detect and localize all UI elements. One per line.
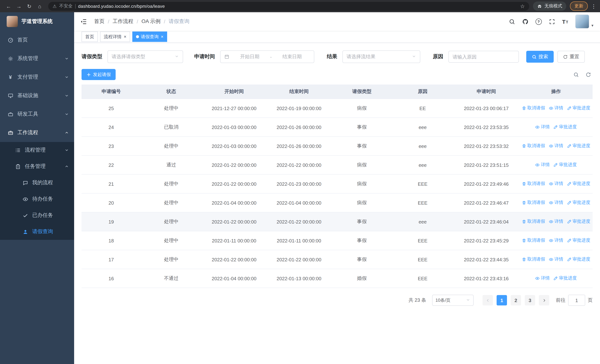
fullscreen-icon[interactable] (549, 18, 555, 25)
cancel-leave-link[interactable]: 取消请假 (522, 218, 545, 225)
create-leave-button[interactable]: 发起请假 (82, 69, 116, 80)
kebab-menu-icon[interactable]: ⋮ (591, 3, 596, 9)
detail-link[interactable]: 详情 (549, 143, 563, 149)
approval-progress-link[interactable]: 审批进度 (553, 275, 577, 281)
sidebar-item-my-processes[interactable]: 我的流程 (0, 175, 74, 191)
detail-link[interactable]: 详情 (549, 256, 563, 263)
approval-progress-link[interactable]: 审批进度 (553, 124, 577, 130)
search-button[interactable]: 搜索 (526, 51, 554, 63)
reload-icon[interactable]: ↻ (24, 2, 34, 10)
breadcrumb-workflow[interactable]: 工作流程 (113, 18, 133, 25)
search-icon[interactable] (509, 18, 515, 25)
forward-icon[interactable]: → (14, 2, 24, 10)
close-icon[interactable]: × (124, 35, 126, 39)
detail-link[interactable]: 详情 (549, 237, 563, 244)
cancel-leave-link[interactable]: 取消请假 (522, 105, 545, 111)
approval-progress-link[interactable]: 审批进度 (567, 143, 590, 149)
page-button-2[interactable]: 2 (511, 295, 521, 305)
sidebar-item-home[interactable]: 首页 (0, 31, 74, 49)
close-icon[interactable]: × (161, 35, 163, 39)
tab-leave-query[interactable]: 请假查询 × (132, 31, 167, 42)
select-placeholder: 请选择请假类型 (112, 53, 145, 60)
next-page-button[interactable] (539, 295, 549, 305)
refresh-table-icon[interactable] (586, 72, 591, 77)
cell-id: 18 (82, 231, 141, 250)
sidebar-item-done-tasks[interactable]: 已办任务 (0, 207, 74, 224)
chevron-down-icon (65, 93, 69, 98)
page-size-select[interactable]: 10条/页 (432, 295, 474, 306)
detail-link[interactable]: 详情 (549, 181, 563, 187)
sidebar-item-leave-query[interactable]: 请假查询 (0, 224, 74, 240)
help-icon[interactable]: ? (535, 18, 542, 25)
breadcrumb-oa-example[interactable]: OA 示例 (141, 18, 161, 25)
sidebar-item-system[interactable]: 系统管理 (0, 49, 74, 68)
url-bar[interactable]: ⚠ 不安全 dashboard.yudao.iocoder.cn/bpm/oa/… (48, 2, 529, 10)
cell-applied: 2022-01-23 00:06:17 (453, 99, 520, 118)
tab-home[interactable]: 首页 (82, 31, 98, 42)
cancel-leave-link[interactable]: 取消请假 (522, 200, 545, 206)
table-row: 25处理中2021-12-27 00:00:002022-01-19 00:00… (82, 99, 593, 118)
approval-progress-link[interactable]: 审批进度 (553, 162, 577, 168)
toggle-search-icon[interactable] (573, 72, 579, 77)
app-logo[interactable]: 芋道管理系统 (0, 12, 74, 31)
page-button-1[interactable]: 1 (497, 295, 507, 305)
approval-progress-link[interactable]: 审批进度 (567, 200, 590, 206)
sidebar-item-payment[interactable]: ¥ 支付管理 (0, 68, 74, 86)
cell-applied: 2022-01-22 23:53:35 (453, 118, 520, 137)
sidebar-item-workflow[interactable]: 工作流程 (0, 123, 74, 142)
tab-process-detail[interactable]: 流程详情 × (100, 31, 130, 42)
font-size-icon[interactable]: TT (562, 19, 568, 24)
breadcrumb-home[interactable]: 首页 (94, 18, 104, 25)
sidebar-item-dev-tools[interactable]: 研发工具 (0, 105, 74, 123)
cancel-leave-link[interactable]: 取消请假 (522, 256, 545, 263)
cancel-leave-link[interactable]: 取消请假 (522, 237, 545, 244)
breadcrumb-separator: / (164, 19, 165, 24)
reset-button[interactable]: 重置 (557, 51, 585, 63)
user-menu[interactable]: ▼ (575, 14, 594, 28)
table-row: 19处理中2022-01-22 00:00:002022-01-22 00:00… (82, 212, 593, 231)
approval-progress-link[interactable]: 审批进度 (567, 256, 590, 263)
reason-input[interactable] (449, 51, 519, 63)
detail-link[interactable]: 详情 (535, 124, 550, 130)
cell-id: 23 (82, 137, 141, 156)
detail-link[interactable]: 详情 (549, 200, 563, 206)
sidebar-item-process-management[interactable]: 流程管理 (0, 142, 74, 158)
bookmark-star-icon[interactable]: ☆ (520, 3, 525, 9)
cell-end: 2022-01-26 00:00:00 (266, 137, 331, 156)
apply-time-range-picker[interactable]: 开始日期 - 结束日期 (220, 50, 314, 63)
home-icon[interactable]: ⌂ (35, 2, 45, 10)
cancel-leave-link[interactable]: 取消请假 (522, 143, 545, 149)
approval-progress-link[interactable]: 审批进度 (567, 105, 590, 111)
cell-status: 通过 (141, 156, 202, 174)
cell-actions: 取消请假详情审批进度 (520, 137, 593, 156)
chevron-down-icon (65, 56, 69, 61)
approval-progress-link[interactable]: 审批进度 (567, 237, 590, 244)
detail-link[interactable]: 详情 (549, 105, 563, 111)
github-icon[interactable] (522, 18, 528, 25)
sidebar-item-task-management[interactable]: 任务管理 (0, 158, 74, 175)
app-shell: 芋道管理系统 首页 系统管理 ¥ 支付管理 基础设施 (0, 12, 600, 364)
approval-progress-link[interactable]: 审批进度 (567, 218, 590, 225)
tab-label: 首页 (85, 34, 94, 40)
page-button-3[interactable]: 3 (525, 295, 535, 305)
sidebar-item-pending-tasks[interactable]: 待办任务 (0, 191, 74, 207)
detail-link[interactable]: 详情 (535, 275, 550, 281)
result-select[interactable]: 请选择流结果 (342, 50, 420, 63)
cell-start: 2021-12-27 00:00:00 (202, 99, 266, 118)
update-button[interactable]: 更新 (570, 1, 588, 11)
cancel-leave-link[interactable]: 取消请假 (522, 181, 545, 187)
app-header: 首页 / 工作流程 / OA 示例 / 请假查询 ? TT ▼ (74, 12, 600, 31)
chevron-down-icon (412, 54, 416, 59)
sidebar-toggle-icon[interactable] (80, 18, 87, 25)
detail-link[interactable]: 详情 (535, 162, 550, 168)
approval-progress-link[interactable]: 审批进度 (567, 181, 590, 187)
goto-page-input[interactable] (568, 295, 585, 306)
leave-type-select[interactable]: 请选择请假类型 (107, 50, 183, 63)
back-icon[interactable]: ← (4, 2, 13, 10)
detail-link[interactable]: 详情 (549, 218, 563, 225)
cell-status: 处理中 (141, 99, 202, 118)
cell-id: 16 (82, 269, 141, 288)
sidebar-item-infrastructure[interactable]: 基础设施 (0, 86, 74, 105)
filter-form: 请假类型 请选择请假类型 申请时间 开始日期 - 结束日期 结果 请选择流 (82, 50, 593, 63)
prev-page-button[interactable] (483, 295, 493, 305)
